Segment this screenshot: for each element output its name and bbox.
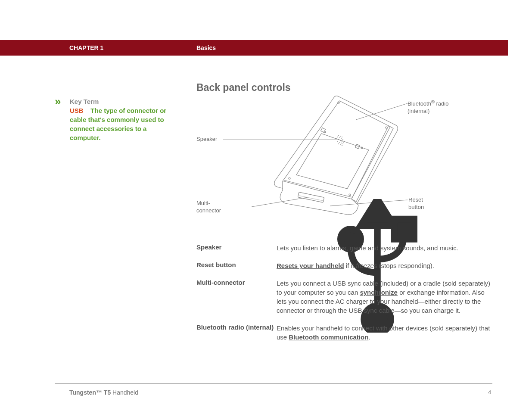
back-panel-diagram: Bluetooth® radio (internal) Speaker Mult… xyxy=(196,94,489,227)
svg-point-24 xyxy=(342,143,343,144)
key-term-definition-text: The type of connector or cable that's co… xyxy=(70,107,166,141)
diagram-label-multiconnector: Multi-connector xyxy=(196,200,221,215)
svg-point-20 xyxy=(343,142,344,143)
svg-rect-6 xyxy=(321,128,326,133)
diagram-label-speaker: Speaker xyxy=(196,136,217,143)
svg-point-18 xyxy=(340,140,341,141)
svg-point-19 xyxy=(342,141,342,142)
svg-point-23 xyxy=(341,143,342,143)
inline-link[interactable]: synchronize xyxy=(360,289,398,296)
svg-point-25 xyxy=(338,143,339,144)
svg-point-26 xyxy=(340,144,341,145)
footer-rule xyxy=(55,383,492,384)
key-term-definition xyxy=(85,107,91,114)
inline-link[interactable]: Resets your handheld xyxy=(277,262,344,269)
definition-row: SpeakerLets you listen to alarms, game a… xyxy=(196,243,494,252)
definition-term: Reset button xyxy=(196,261,277,270)
definition-term: Multi-connector xyxy=(196,279,277,315)
diagram-label-bluetooth: Bluetooth® radio (internal) xyxy=(408,99,448,115)
definition-body: Resets your handheld if it freezes (stop… xyxy=(277,261,494,270)
svg-point-1 xyxy=(386,127,387,128)
svg-point-27 xyxy=(342,145,342,146)
chapter-label: CHAPTER 1 xyxy=(69,44,103,51)
inline-text: . xyxy=(368,333,370,341)
svg-point-12 xyxy=(337,137,338,137)
svg-rect-36 xyxy=(394,219,414,240)
svg-point-13 xyxy=(339,137,340,138)
definition-row: Reset buttonResets your handheld if it f… xyxy=(196,261,494,270)
footer-page-number: 4 xyxy=(488,389,491,395)
svg-point-22 xyxy=(339,142,340,143)
header-bar: CHAPTER 1 Basics xyxy=(0,40,508,56)
inline-text: if it xyxy=(344,262,356,269)
definitions-list: SpeakerLets you listen to alarms, game a… xyxy=(196,243,494,350)
definition-term: Bluetooth radio (internal) xyxy=(196,324,277,342)
svg-point-11 xyxy=(342,137,342,137)
key-term-heading: Key Term xyxy=(70,98,99,105)
definition-term: Speaker xyxy=(196,243,277,252)
definition-row: Bluetooth radio (internal)Enables your h… xyxy=(196,324,494,342)
svg-point-14 xyxy=(341,138,342,139)
key-term-marker-icon: » xyxy=(55,97,61,106)
definition-body: Lets you connect a USB sync cable (inclu… xyxy=(277,279,494,315)
inline-text: Lets you listen to alarms, game and syst… xyxy=(277,244,458,252)
svg-marker-34 xyxy=(361,199,394,226)
definition-body: Enables your handheld to connect with ot… xyxy=(277,324,494,342)
key-term-word: USB xyxy=(70,107,84,114)
inline-text: (stops responding). xyxy=(377,262,434,269)
section-label: Basics xyxy=(196,44,216,51)
page-title: Back panel controls xyxy=(196,82,291,93)
svg-point-15 xyxy=(342,139,343,140)
svg-point-10 xyxy=(340,136,341,137)
footer-product: Tungsten™ T5 Handheld xyxy=(69,389,138,396)
definition-body: Lets you listen to alarms, game and syst… xyxy=(277,243,494,252)
svg-point-9 xyxy=(338,135,339,136)
diagram-label-reset: Resetbutton xyxy=(408,196,424,211)
definition-row: Multi-connectorLets you connect a USB sy… xyxy=(196,279,494,315)
inline-link[interactable]: Bluetooth communication xyxy=(289,333,368,341)
svg-line-29 xyxy=(356,103,408,120)
svg-point-3 xyxy=(349,194,351,196)
svg-point-2 xyxy=(289,177,290,179)
svg-point-17 xyxy=(338,139,339,140)
key-term-sidebar: » Key Term USB The type of connector or … xyxy=(55,97,171,142)
inline-italic: freezes xyxy=(356,262,377,269)
svg-point-21 xyxy=(337,141,338,142)
